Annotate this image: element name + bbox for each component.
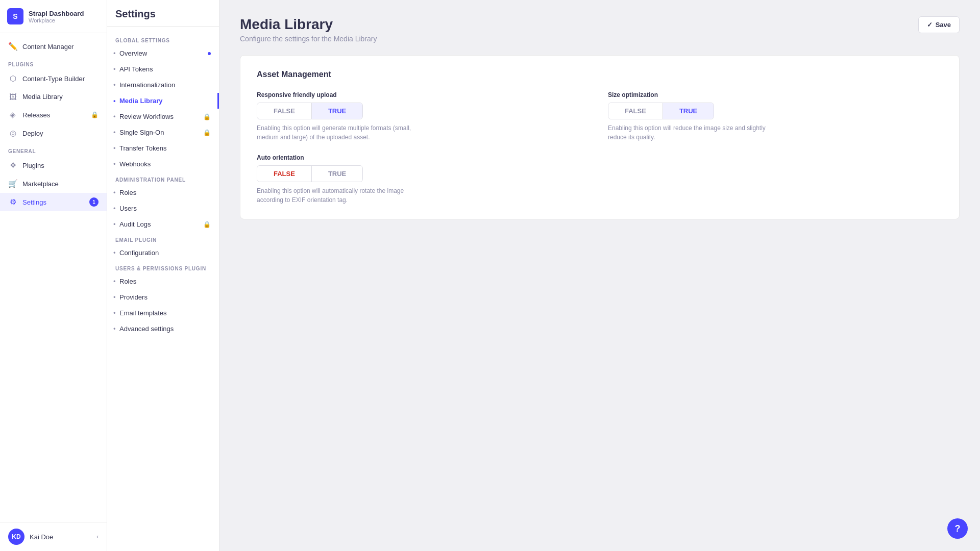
responsive-upload-label: Responsive friendly upload <box>257 91 592 98</box>
email-templates-label: Email templates <box>119 309 166 317</box>
sidebar-item-marketplace[interactable]: 🛒 Marketplace <box>0 174 107 193</box>
sidebar-label-marketplace: Marketplace <box>22 180 59 188</box>
auto-orientation-toggle: FALSE TRUE <box>257 165 363 182</box>
settings-item-providers[interactable]: Providers <box>107 289 219 305</box>
dot-indicator <box>208 52 211 55</box>
review-workflows-lock: 🔒 <box>203 113 211 120</box>
main-content: Media Library Configure the settings for… <box>219 0 980 551</box>
sidebar-label-plugins: Plugins <box>22 162 44 169</box>
size-optimization-description: Enabling this option will reduce the ima… <box>608 123 781 142</box>
settings-item-users[interactable]: Users <box>107 201 219 216</box>
settings-item-configuration[interactable]: Configuration <box>107 245 219 261</box>
audit-logs-label: Audit Logs <box>119 220 151 228</box>
releases-icon: ◈ <box>8 110 17 119</box>
settings-item-internationalization[interactable]: Internationalization <box>107 77 219 93</box>
auto-orientation-true-btn[interactable]: TRUE <box>311 166 362 182</box>
responsive-upload-toggle: FALSE TRUE <box>257 103 363 119</box>
global-settings-label: GLOBAL SETTINGS <box>107 33 219 45</box>
settings-item-media-library[interactable]: Media Library <box>107 93 219 109</box>
sidebar-label-content-manager: Content Manager <box>22 43 74 51</box>
collapse-button[interactable]: ‹ <box>96 533 99 540</box>
admin-panel-label: ADMINISTRATION PANEL <box>107 172 219 185</box>
lock-icon: 🔒 <box>91 111 99 118</box>
settings-item-single-sign-on[interactable]: Single Sign-On 🔒 <box>107 124 219 140</box>
settings-item-webhooks[interactable]: Webhooks <box>107 156 219 172</box>
sidebar-label-deploy: Deploy <box>22 130 43 137</box>
settings-icon: ⚙ <box>8 197 17 207</box>
responsive-upload-false-btn[interactable]: FALSE <box>257 103 311 119</box>
media-library-settings-label: Media Library <box>119 97 163 105</box>
auto-orientation-label: Auto orientation <box>257 154 943 161</box>
app-name: Strapi Dashboard <box>29 10 84 17</box>
card-title: Asset Management <box>257 70 943 79</box>
settings-title: Settings <box>107 8 219 27</box>
settings-item-up-roles[interactable]: Roles <box>107 273 219 289</box>
deploy-icon: ◎ <box>8 129 17 138</box>
settings-item-api-tokens[interactable]: API Tokens <box>107 61 219 77</box>
settings-item-audit-logs[interactable]: Audit Logs 🔒 <box>107 216 219 232</box>
avatar: KD <box>8 529 24 545</box>
sidebar-section-general: GENERAL <box>0 142 107 156</box>
settings-grid: Responsive friendly upload FALSE TRUE En… <box>257 91 943 142</box>
user-name: Kai Doe <box>30 533 53 541</box>
settings-item-overview[interactable]: Overview <box>107 45 219 61</box>
sidebar-nav: ✏️ Content Manager PLUGINS ⬡ Content-Typ… <box>0 33 107 522</box>
sidebar-label-content-type-builder: Content-Type Builder <box>22 75 85 83</box>
single-sign-on-label: Single Sign-On <box>119 129 164 136</box>
settings-item-advanced-settings[interactable]: Advanced settings <box>107 321 219 337</box>
help-button[interactable]: ? <box>947 518 968 539</box>
settings-nav: Settings GLOBAL SETTINGS Overview API To… <box>107 0 219 551</box>
transfer-tokens-label: Transfer Tokens <box>119 144 167 152</box>
auto-orientation-group: Auto orientation FALSE TRUE Enabling thi… <box>257 154 943 205</box>
sidebar-label-media-library: Media Library <box>22 93 63 101</box>
app-logo: S <box>7 8 23 24</box>
sidebar-item-content-type-builder[interactable]: ⬡ Content-Type Builder <box>0 69 107 88</box>
review-workflows-label: Review Workflows <box>119 113 174 120</box>
responsive-upload-true-btn[interactable]: TRUE <box>311 103 362 119</box>
sidebar-item-content-manager[interactable]: ✏️ Content Manager <box>0 37 107 56</box>
email-plugin-label: EMAIL PLUGIN <box>107 232 219 245</box>
audit-logs-lock: 🔒 <box>203 221 211 228</box>
auto-orientation-false-btn[interactable]: FALSE <box>257 166 311 182</box>
size-optimization-true-btn[interactable]: TRUE <box>663 103 714 119</box>
page-title: Media Library <box>240 16 377 33</box>
sidebar-label-releases: Releases <box>22 111 50 119</box>
size-optimization-false-btn[interactable]: FALSE <box>608 103 663 119</box>
providers-label: Providers <box>119 293 148 301</box>
size-optimization-label: Size optimization <box>608 91 943 98</box>
up-roles-label: Roles <box>119 278 136 285</box>
sidebar-item-plugins[interactable]: ❖ Plugins <box>0 156 107 174</box>
sidebar-item-deploy[interactable]: ◎ Deploy <box>0 124 107 142</box>
save-label: Save <box>936 21 951 29</box>
sidebar-label-settings: Settings <box>22 198 46 206</box>
size-optimization-group: Size optimization FALSE TRUE Enabling th… <box>608 91 943 142</box>
plugins-icon: ❖ <box>8 161 17 170</box>
puzzle-icon: ⬡ <box>8 74 17 83</box>
users-permissions-label: USERS & PERMISSIONS PLUGIN <box>107 261 219 273</box>
settings-item-email-templates[interactable]: Email templates <box>107 305 219 321</box>
responsive-upload-group: Responsive friendly upload FALSE TRUE En… <box>257 91 592 142</box>
image-icon: 🖼 <box>8 92 17 101</box>
settings-item-transfer-tokens[interactable]: Transfer Tokens <box>107 140 219 156</box>
settings-item-roles[interactable]: Roles <box>107 185 219 201</box>
api-tokens-label: API Tokens <box>119 65 153 73</box>
single-sign-on-lock: 🔒 <box>203 129 211 136</box>
auto-orientation-description: Enabling this option will automatically … <box>257 186 430 205</box>
internationalization-label: Internationalization <box>119 81 175 89</box>
user-profile[interactable]: KD Kai Doe ‹ <box>0 522 107 551</box>
save-button[interactable]: ✓ Save <box>918 16 960 33</box>
settings-badge: 1 <box>89 197 99 207</box>
app-workspace: Workplace <box>29 17 84 23</box>
sidebar-item-media-library[interactable]: 🖼 Media Library <box>0 88 107 106</box>
sidebar: S Strapi Dashboard Workplace ✏️ Content … <box>0 0 107 551</box>
configuration-label: Configuration <box>119 249 159 257</box>
advanced-settings-label: Advanced settings <box>119 325 174 333</box>
sidebar-item-settings[interactable]: ⚙ Settings 1 <box>0 193 107 211</box>
webhooks-label: Webhooks <box>119 160 151 168</box>
checkmark-icon: ✓ <box>927 21 933 29</box>
settings-item-review-workflows[interactable]: Review Workflows 🔒 <box>107 109 219 124</box>
sidebar-item-releases[interactable]: ◈ Releases 🔒 <box>0 106 107 124</box>
responsive-upload-description: Enabling this option will generate multi… <box>257 123 430 142</box>
roles-label: Roles <box>119 189 136 196</box>
marketplace-icon: 🛒 <box>8 179 17 188</box>
